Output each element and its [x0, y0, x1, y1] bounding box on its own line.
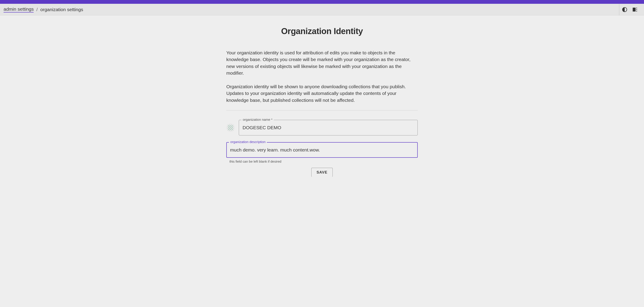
top-app-bar	[0, 0, 644, 4]
svg-rect-1	[636, 8, 637, 8]
svg-rect-0	[633, 8, 636, 11]
contrast-icon	[622, 7, 628, 13]
org-description-label: organization description	[229, 140, 267, 144]
org-name-row: organization name *	[226, 120, 418, 135]
breadcrumb: admin settings / organization settings	[4, 7, 83, 13]
org-name-input-wrapper: organization name *	[239, 120, 418, 135]
org-name-input[interactable]	[239, 120, 418, 135]
breadcrumb-link-admin-settings[interactable]: admin settings	[4, 7, 34, 13]
org-description-input[interactable]	[226, 142, 418, 158]
save-button-row: SAVE	[226, 168, 418, 177]
org-avatar	[226, 123, 235, 132]
panel-toggle-button[interactable]	[630, 4, 640, 15]
page-title: Organization Identity	[226, 27, 418, 36]
breadcrumb-bar: admin settings / organization settings	[0, 4, 644, 15]
section-divider	[226, 110, 418, 111]
save-button[interactable]: SAVE	[311, 168, 332, 177]
breadcrumb-current: organization settings	[40, 7, 83, 12]
svg-rect-2	[636, 9, 637, 10]
main-content: Organization Identity Your organization …	[222, 15, 422, 181]
svg-rect-3	[636, 11, 637, 11]
sidebar-panel-icon	[632, 7, 638, 13]
header-actions	[619, 4, 640, 15]
breadcrumb-separator: /	[36, 7, 38, 12]
org-description-helper: this field can be left blank if desired	[230, 160, 418, 163]
org-description-input-wrapper: organization description this field can …	[226, 142, 418, 163]
description-paragraph-2: Organization identity will be shown to a…	[226, 83, 418, 104]
description-paragraph-1: Your organization identity is used for a…	[226, 50, 418, 77]
org-name-label: organization name *	[242, 118, 274, 121]
theme-toggle-button[interactable]	[619, 4, 630, 15]
identicon-icon	[228, 125, 233, 130]
